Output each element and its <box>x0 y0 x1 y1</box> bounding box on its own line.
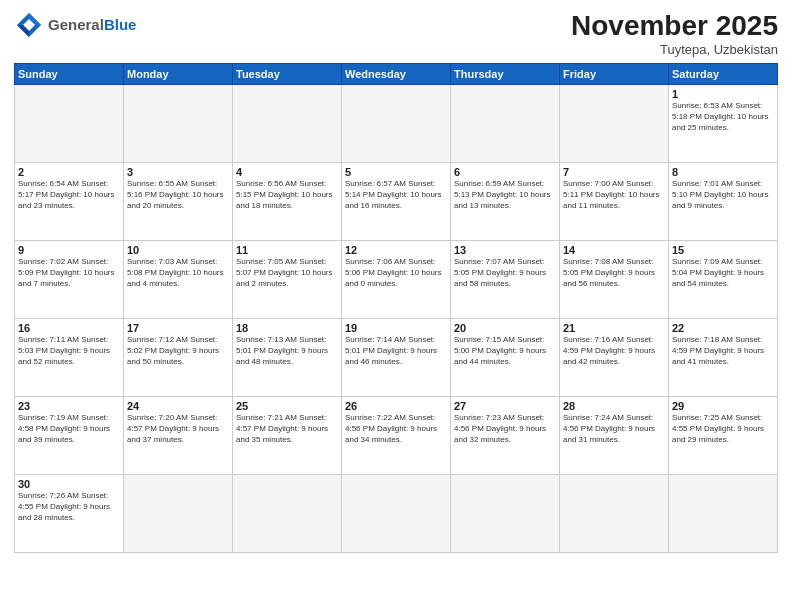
day-number: 1 <box>672 88 774 100</box>
calendar-cell: 2Sunrise: 6:54 AM Sunset: 5:17 PM Daylig… <box>15 163 124 241</box>
day-info: Sunrise: 7:19 AM Sunset: 4:58 PM Dayligh… <box>18 413 120 445</box>
calendar-cell: 16Sunrise: 7:11 AM Sunset: 5:03 PM Dayli… <box>15 319 124 397</box>
day-number: 7 <box>563 166 665 178</box>
calendar-cell: 21Sunrise: 7:16 AM Sunset: 4:59 PM Dayli… <box>560 319 669 397</box>
calendar-cell: 27Sunrise: 7:23 AM Sunset: 4:56 PM Dayli… <box>451 397 560 475</box>
calendar-cell <box>342 85 451 163</box>
calendar-cell <box>342 475 451 553</box>
calendar-cell: 11Sunrise: 7:05 AM Sunset: 5:07 PM Dayli… <box>233 241 342 319</box>
calendar-body: 1Sunrise: 6:53 AM Sunset: 5:18 PM Daylig… <box>15 85 778 553</box>
day-info: Sunrise: 7:16 AM Sunset: 4:59 PM Dayligh… <box>563 335 665 367</box>
calendar-cell: 26Sunrise: 7:22 AM Sunset: 4:56 PM Dayli… <box>342 397 451 475</box>
calendar-cell <box>15 85 124 163</box>
day-info: Sunrise: 7:01 AM Sunset: 5:10 PM Dayligh… <box>672 179 774 211</box>
day-number: 2 <box>18 166 120 178</box>
day-number: 19 <box>345 322 447 334</box>
calendar-cell: 23Sunrise: 7:19 AM Sunset: 4:58 PM Dayli… <box>15 397 124 475</box>
day-number: 29 <box>672 400 774 412</box>
day-number: 8 <box>672 166 774 178</box>
day-number: 20 <box>454 322 556 334</box>
calendar-cell: 29Sunrise: 7:25 AM Sunset: 4:55 PM Dayli… <box>669 397 778 475</box>
day-number: 28 <box>563 400 665 412</box>
day-number: 25 <box>236 400 338 412</box>
day-info: Sunrise: 7:14 AM Sunset: 5:01 PM Dayligh… <box>345 335 447 367</box>
calendar-cell <box>233 475 342 553</box>
calendar-cell: 10Sunrise: 7:03 AM Sunset: 5:08 PM Dayli… <box>124 241 233 319</box>
day-info: Sunrise: 7:06 AM Sunset: 5:06 PM Dayligh… <box>345 257 447 289</box>
day-info: Sunrise: 7:13 AM Sunset: 5:01 PM Dayligh… <box>236 335 338 367</box>
calendar-cell: 20Sunrise: 7:15 AM Sunset: 5:00 PM Dayli… <box>451 319 560 397</box>
calendar-cell: 4Sunrise: 6:56 AM Sunset: 5:15 PM Daylig… <box>233 163 342 241</box>
day-number: 5 <box>345 166 447 178</box>
day-info: Sunrise: 6:56 AM Sunset: 5:15 PM Dayligh… <box>236 179 338 211</box>
calendar-cell: 12Sunrise: 7:06 AM Sunset: 5:06 PM Dayli… <box>342 241 451 319</box>
calendar-cell <box>233 85 342 163</box>
week-row-5: 23Sunrise: 7:19 AM Sunset: 4:58 PM Dayli… <box>15 397 778 475</box>
calendar-cell: 18Sunrise: 7:13 AM Sunset: 5:01 PM Dayli… <box>233 319 342 397</box>
day-info: Sunrise: 7:02 AM Sunset: 5:09 PM Dayligh… <box>18 257 120 289</box>
day-number: 3 <box>127 166 229 178</box>
calendar-cell: 28Sunrise: 7:24 AM Sunset: 4:56 PM Dayli… <box>560 397 669 475</box>
day-info: Sunrise: 6:54 AM Sunset: 5:17 PM Dayligh… <box>18 179 120 211</box>
day-info: Sunrise: 7:18 AM Sunset: 4:59 PM Dayligh… <box>672 335 774 367</box>
title-block: November 2025 Tuytepa, Uzbekistan <box>571 10 778 57</box>
month-title: November 2025 <box>571 10 778 42</box>
day-number: 27 <box>454 400 556 412</box>
day-info: Sunrise: 7:15 AM Sunset: 5:00 PM Dayligh… <box>454 335 556 367</box>
calendar-cell: 5Sunrise: 6:57 AM Sunset: 5:14 PM Daylig… <box>342 163 451 241</box>
day-number: 11 <box>236 244 338 256</box>
day-number: 17 <box>127 322 229 334</box>
day-info: Sunrise: 7:09 AM Sunset: 5:04 PM Dayligh… <box>672 257 774 289</box>
week-row-6: 30Sunrise: 7:26 AM Sunset: 4:55 PM Dayli… <box>15 475 778 553</box>
day-number: 26 <box>345 400 447 412</box>
calendar: SundayMondayTuesdayWednesdayThursdayFrid… <box>14 63 778 553</box>
day-number: 12 <box>345 244 447 256</box>
calendar-cell <box>124 85 233 163</box>
weekday-row: SundayMondayTuesdayWednesdayThursdayFrid… <box>15 64 778 85</box>
calendar-cell: 9Sunrise: 7:02 AM Sunset: 5:09 PM Daylig… <box>15 241 124 319</box>
week-row-3: 9Sunrise: 7:02 AM Sunset: 5:09 PM Daylig… <box>15 241 778 319</box>
calendar-cell <box>451 475 560 553</box>
page: GeneralBlue November 2025 Tuytepa, Uzbek… <box>0 0 792 612</box>
logo-blue-text: Blue <box>104 16 137 33</box>
calendar-cell <box>560 475 669 553</box>
calendar-cell: 30Sunrise: 7:26 AM Sunset: 4:55 PM Dayli… <box>15 475 124 553</box>
calendar-cell: 7Sunrise: 7:00 AM Sunset: 5:11 PM Daylig… <box>560 163 669 241</box>
logo-general-text: General <box>48 16 104 33</box>
weekday-header-thursday: Thursday <box>451 64 560 85</box>
day-info: Sunrise: 7:26 AM Sunset: 4:55 PM Dayligh… <box>18 491 120 523</box>
day-number: 23 <box>18 400 120 412</box>
calendar-cell: 17Sunrise: 7:12 AM Sunset: 5:02 PM Dayli… <box>124 319 233 397</box>
weekday-header-tuesday: Tuesday <box>233 64 342 85</box>
day-info: Sunrise: 7:05 AM Sunset: 5:07 PM Dayligh… <box>236 257 338 289</box>
logo-text: GeneralBlue <box>48 17 136 34</box>
logo: GeneralBlue <box>14 10 136 40</box>
day-info: Sunrise: 7:12 AM Sunset: 5:02 PM Dayligh… <box>127 335 229 367</box>
day-number: 22 <box>672 322 774 334</box>
day-number: 16 <box>18 322 120 334</box>
day-number: 24 <box>127 400 229 412</box>
calendar-cell <box>560 85 669 163</box>
week-row-4: 16Sunrise: 7:11 AM Sunset: 5:03 PM Dayli… <box>15 319 778 397</box>
calendar-cell: 6Sunrise: 6:59 AM Sunset: 5:13 PM Daylig… <box>451 163 560 241</box>
day-number: 21 <box>563 322 665 334</box>
day-info: Sunrise: 7:23 AM Sunset: 4:56 PM Dayligh… <box>454 413 556 445</box>
day-info: Sunrise: 7:03 AM Sunset: 5:08 PM Dayligh… <box>127 257 229 289</box>
day-info: Sunrise: 7:07 AM Sunset: 5:05 PM Dayligh… <box>454 257 556 289</box>
day-info: Sunrise: 6:53 AM Sunset: 5:18 PM Dayligh… <box>672 101 774 133</box>
day-info: Sunrise: 6:57 AM Sunset: 5:14 PM Dayligh… <box>345 179 447 211</box>
day-info: Sunrise: 7:25 AM Sunset: 4:55 PM Dayligh… <box>672 413 774 445</box>
weekday-header-monday: Monday <box>124 64 233 85</box>
calendar-cell: 24Sunrise: 7:20 AM Sunset: 4:57 PM Dayli… <box>124 397 233 475</box>
day-info: Sunrise: 7:11 AM Sunset: 5:03 PM Dayligh… <box>18 335 120 367</box>
weekday-header-wednesday: Wednesday <box>342 64 451 85</box>
header: GeneralBlue November 2025 Tuytepa, Uzbek… <box>14 10 778 57</box>
day-number: 9 <box>18 244 120 256</box>
day-info: Sunrise: 6:59 AM Sunset: 5:13 PM Dayligh… <box>454 179 556 211</box>
calendar-cell: 22Sunrise: 7:18 AM Sunset: 4:59 PM Dayli… <box>669 319 778 397</box>
day-info: Sunrise: 7:24 AM Sunset: 4:56 PM Dayligh… <box>563 413 665 445</box>
week-row-2: 2Sunrise: 6:54 AM Sunset: 5:17 PM Daylig… <box>15 163 778 241</box>
day-number: 18 <box>236 322 338 334</box>
calendar-header: SundayMondayTuesdayWednesdayThursdayFrid… <box>15 64 778 85</box>
day-number: 15 <box>672 244 774 256</box>
